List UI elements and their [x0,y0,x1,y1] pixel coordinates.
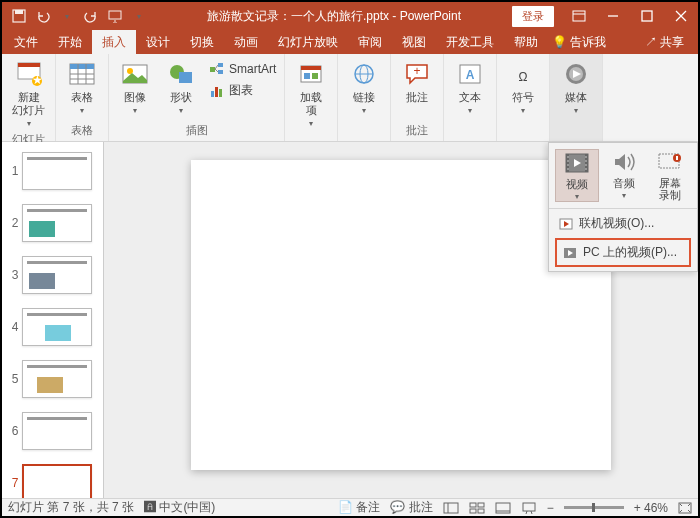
redo-icon[interactable] [80,5,102,27]
slideshow-icon[interactable] [104,5,126,27]
tab-animations[interactable]: 动画 [224,30,268,54]
close-icon[interactable] [664,2,698,30]
pc-video-item[interactable]: PC 上的视频(P)... [555,238,691,267]
svg-rect-14 [70,64,94,69]
comments-button[interactable]: + 批注 [395,56,439,107]
media-icon [560,59,592,89]
normal-view-icon[interactable] [443,502,459,514]
slide-thumbnails[interactable]: 1 2 3 4 5 6 7 [2,142,104,498]
sorter-view-icon[interactable] [469,502,485,514]
zoom-out-icon[interactable]: − [547,501,554,515]
screen-record-button[interactable]: 屏幕 录制 [649,149,691,202]
thumb-5[interactable] [22,360,92,398]
images-icon [119,59,151,89]
svg-rect-64 [470,509,476,513]
reading-view-icon[interactable] [495,502,511,514]
svg-text:+: + [414,64,421,78]
tab-review[interactable]: 审阅 [348,30,392,54]
svg-point-47 [567,156,569,158]
share-button[interactable]: ↗ 共享 [633,34,696,51]
svg-rect-62 [470,503,476,507]
svg-line-26 [215,65,218,69]
tab-transitions[interactable]: 切换 [180,30,224,54]
audio-icon [610,149,638,175]
thumb-6[interactable] [22,412,92,450]
svg-point-50 [567,168,569,170]
svg-point-54 [585,168,587,170]
svg-rect-32 [301,66,321,70]
slide-counter[interactable]: 幻灯片 第 7 张，共 7 张 [8,499,134,516]
svg-rect-22 [179,72,192,83]
comment-icon: + [401,59,433,89]
tab-home[interactable]: 开始 [48,30,92,54]
symbols-button[interactable]: Ω 符号 ▾ [501,56,545,118]
tell-me[interactable]: 💡 告诉我 [552,34,606,51]
slideshow-view-icon[interactable] [521,502,537,514]
tab-slideshow[interactable]: 幻灯片放映 [268,30,348,54]
thumb-4[interactable] [22,308,92,346]
table-button[interactable]: 表格 ▾ [60,56,104,118]
svg-rect-68 [523,503,535,511]
tab-developer[interactable]: 开发工具 [436,30,504,54]
undo-dropdown-icon[interactable]: ▾ [56,5,78,27]
symbol-icon: Ω [507,59,539,89]
zoom-level[interactable]: + 46% [634,501,668,515]
tab-help[interactable]: 帮助 [504,30,548,54]
window-title: 旅游散文记录：一个人的旅行.pptx - PowerPoint [156,8,512,25]
svg-rect-10 [18,63,40,67]
save-icon[interactable] [8,5,30,27]
smartart-button[interactable]: SmartArt [205,60,280,78]
chart-button[interactable]: 图表 [205,80,280,101]
svg-rect-23 [210,67,215,72]
table-icon [66,59,98,89]
svg-rect-24 [218,63,223,67]
thumb-7[interactable] [22,464,92,498]
pc-video-icon [563,247,577,259]
video-icon [563,150,591,176]
minimize-icon[interactable] [596,2,630,30]
new-slide-icon: ★ [13,59,45,89]
ribbon-tabs: 文件 开始 插入 设计 切换 动画 幻灯片放映 审阅 视图 开发工具 帮助 💡 … [2,30,698,54]
online-video-icon [559,218,573,230]
media-dropdown-panel: 视频 ▾ 音频 ▾ 屏幕 录制 联机视频(O)... PC 上的视频(P)... [548,142,698,272]
svg-text:★: ★ [31,73,42,87]
textbox-button[interactable]: A 文本 ▾ [448,56,492,118]
ribbon-display-icon[interactable] [562,2,596,30]
statusbar: 幻灯片 第 7 张，共 7 张 🅰 中文(中国) 📄 备注 💬 批注 − + 4… [2,498,698,516]
shapes-icon [165,59,197,89]
audio-button[interactable]: 音频 ▾ [603,149,645,202]
shapes-button[interactable]: 形状 ▾ [159,56,203,118]
svg-point-49 [567,164,569,166]
new-slide-button[interactable]: ★ 新建 幻灯片 ▾ [6,56,51,131]
tab-design[interactable]: 设计 [136,30,180,54]
svg-rect-60 [444,503,458,513]
tab-view[interactable]: 视图 [392,30,436,54]
svg-rect-1 [15,10,23,14]
group-label-comments: 批注 [395,122,439,139]
thumb-3[interactable] [22,256,92,294]
undo-icon[interactable] [32,5,54,27]
video-button[interactable]: 视频 ▾ [555,149,599,202]
links-button[interactable]: 链接 ▾ [342,56,386,118]
svg-line-27 [215,69,218,72]
images-button[interactable]: 图像 ▾ [113,56,157,118]
tab-insert[interactable]: 插入 [92,30,136,54]
qat-customize-icon[interactable]: ▾ [128,5,150,27]
svg-rect-25 [218,70,223,74]
svg-text:Ω: Ω [519,70,528,84]
titlebar: ▾ ▾ 旅游散文记录：一个人的旅行.pptx - PowerPoint 登录 [2,2,698,30]
zoom-slider[interactable] [564,506,624,509]
lightbulb-icon: 💡 [552,35,567,49]
fit-window-icon[interactable] [678,502,692,514]
comments-toggle[interactable]: 💬 批注 [390,499,432,516]
tab-file[interactable]: 文件 [4,30,48,54]
addins-button[interactable]: 加载 项 ▾ [289,56,333,131]
language-status[interactable]: 🅰 中文(中国) [144,499,215,516]
online-video-item[interactable]: 联机视频(O)... [549,211,697,236]
login-button[interactable]: 登录 [512,6,554,27]
notes-button[interactable]: 📄 备注 [338,499,380,516]
thumb-2[interactable] [22,204,92,242]
maximize-icon[interactable] [630,2,664,30]
thumb-1[interactable] [22,152,92,190]
media-button[interactable]: 媒体 ▾ [554,56,598,118]
